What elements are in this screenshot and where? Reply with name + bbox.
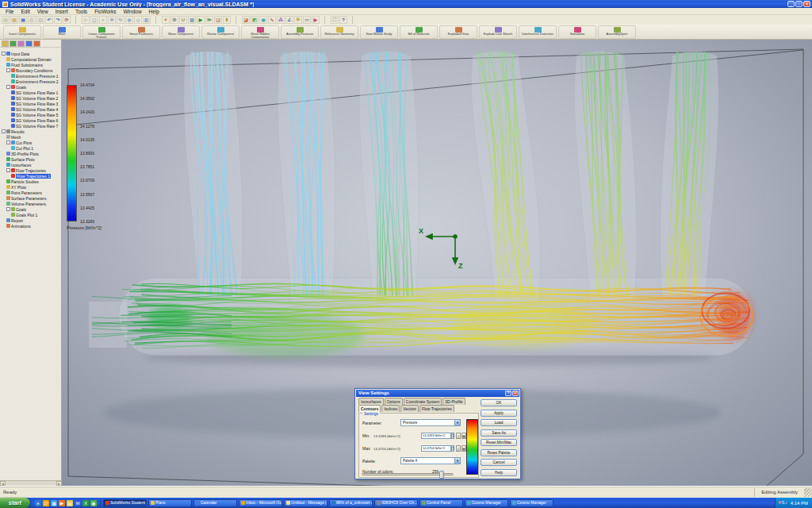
undo-icon[interactable]: ↶ xyxy=(45,16,53,24)
task-button[interactable]: Inbox - Microsoft Out... xyxy=(239,499,282,507)
expand-icon[interactable]: - xyxy=(2,129,6,133)
colors-slider[interactable] xyxy=(362,473,454,475)
menu-insert[interactable]: Insert xyxy=(52,9,71,14)
folder-icon[interactable]: ▤ xyxy=(67,500,73,506)
tree-item-point-parameters[interactable]: Point Parameters xyxy=(0,190,62,195)
cmd-mate[interactable]: Mate xyxy=(43,25,81,39)
save-icon[interactable]: ▣ xyxy=(19,16,27,24)
tree-item-sg-volume-flow-rate-3[interactable]: SG Volume Flow Rate 3 xyxy=(0,101,62,106)
tree-item-animations[interactable]: Animations xyxy=(0,223,62,229)
cmd-new-motion-study[interactable]: New Motion Study xyxy=(360,25,398,39)
resize-grip[interactable] xyxy=(804,488,812,497)
zoom-fit-icon[interactable]: ◻ xyxy=(90,16,98,24)
tree-item-surface-plots[interactable]: Surface Plots xyxy=(0,156,62,162)
surface-plot-icon[interactable]: ◩ xyxy=(251,16,259,24)
tree-item-mesh[interactable]: Mesh xyxy=(0,134,62,140)
apply-button[interactable]: Apply xyxy=(481,410,517,417)
expand-icon[interactable]: - xyxy=(2,52,6,56)
tree-item-surface-parameters[interactable]: Surface Parameters xyxy=(0,195,62,201)
min-spinner[interactable]: ▲▼ xyxy=(451,433,454,439)
dialog-close-icon[interactable]: ✕ xyxy=(512,391,519,396)
tree-item-particle-studies[interactable]: Particle Studies xyxy=(0,179,62,184)
min-dependency-icon[interactable]: ƒ xyxy=(456,433,461,439)
tree-item-results[interactable]: -Results xyxy=(0,129,62,134)
maximize-button[interactable]: □ xyxy=(795,1,802,7)
tab-flow-trajectories[interactable]: Flow Trajectories xyxy=(419,405,454,412)
expand-icon[interactable]: - xyxy=(6,168,10,172)
solve-icon[interactable]: ▶ xyxy=(197,16,205,24)
shaded-icon[interactable]: ◆ xyxy=(125,16,133,24)
tree-item-sg-volume-flow-rate-4[interactable]: SG Volume Flow Rate 4 xyxy=(0,106,62,112)
menu-edit[interactable]: Edit xyxy=(17,9,33,14)
open-icon[interactable]: ▦ xyxy=(10,16,18,24)
tab-isolines[interactable]: Isolines xyxy=(381,405,400,412)
tree-item-boundary-conditions[interactable]: -Boundary Conditions xyxy=(0,67,62,73)
cmd-assemblyxpert[interactable]: AssemblyXpert xyxy=(598,25,636,39)
animation-icon[interactable]: ▶ xyxy=(312,16,320,24)
tree-item-flow-trajectories[interactable]: -Flow Trajectories xyxy=(0,167,62,173)
outlook-icon[interactable]: O xyxy=(43,500,49,506)
tab-options[interactable]: Options xyxy=(385,398,403,405)
tree-item-sg-volume-flow-rate-2[interactable]: SG Volume Flow Rate 2 xyxy=(0,95,62,101)
flow-trajectories-icon[interactable]: ∿ xyxy=(268,16,276,24)
featuremanager-tab[interactable] xyxy=(2,40,9,47)
zoom-area-icon[interactable]: ⌕ xyxy=(99,16,107,24)
expand-icon[interactable]: - xyxy=(6,85,10,89)
volume-icon[interactable]: ♪ xyxy=(785,500,787,505)
help-icon[interactable]: ? xyxy=(339,16,347,24)
palette-combo[interactable]: Palette 4▼ xyxy=(400,457,461,464)
tree-item-cut-plots[interactable]: -Cut Plots xyxy=(0,140,62,145)
tree-item-environment-pressure-2[interactable]: Environment Pressure 2 xyxy=(0,79,62,84)
monitor-icon[interactable]: ◲ xyxy=(214,16,222,24)
task-button[interactable]: 86% of a_unknown co... xyxy=(329,499,373,507)
reset-palette-button[interactable]: Reset Palette xyxy=(481,449,517,456)
tree-item-fluid-subdomains[interactable]: Fluid Subdomains xyxy=(0,62,62,67)
load-results-icon[interactable]: ⬇ xyxy=(223,16,231,24)
title-bar[interactable]: SolidWorks Student License - Academic Us… xyxy=(0,0,812,8)
tree-item-volume-parameters[interactable]: Volume Parameters xyxy=(0,201,62,206)
tree-item-xy-plots[interactable]: XY Plots xyxy=(0,184,62,190)
rebuild-icon[interactable]: ⟳ xyxy=(63,16,71,24)
tree-item-goals[interactable]: -Goals xyxy=(0,206,62,212)
menu-view[interactable]: View xyxy=(34,9,52,14)
expand-icon[interactable]: - xyxy=(6,140,10,144)
menu-file[interactable]: File xyxy=(2,9,17,14)
internet-explorer-icon[interactable]: e xyxy=(35,500,41,506)
load-button[interactable]: Load xyxy=(481,419,517,426)
cmd-bill-of-materials[interactable]: Bill of Materials xyxy=(400,25,438,39)
tree-item-goals-plot-1[interactable]: Goals Plot 1 xyxy=(0,212,62,217)
menu-floworks[interactable]: FloWorks xyxy=(91,9,119,14)
tree-item-sg-volume-flow-rate-1[interactable]: SG Volume Flow Rate 1 xyxy=(0,90,62,95)
cmd-move-component[interactable]: Move Component xyxy=(162,25,200,39)
configurationmanager-tab[interactable] xyxy=(17,40,25,47)
view-settings-dialog[interactable]: View Settings ? ✕ IsosurfacesOptionsCoor… xyxy=(354,388,521,479)
messenger-icon[interactable]: ◉ xyxy=(90,500,97,506)
expand-icon[interactable]: - xyxy=(6,68,10,72)
tree-item-input-data[interactable]: -Input Data xyxy=(0,51,62,56)
menu-help[interactable]: Help xyxy=(146,9,163,14)
tree-item-cut-plot-1[interactable]: Cut Plot 1 xyxy=(0,145,62,151)
min-input[interactable]: 13.3283 lbf/in^2 xyxy=(421,433,451,439)
redo-icon[interactable]: ↷ xyxy=(54,16,62,24)
print-preview-icon[interactable]: ◫ xyxy=(36,16,44,24)
tree-item-sg-volume-flow-rate-7[interactable]: SG Volume Flow Rate 7 xyxy=(0,123,62,129)
task-button[interactable]: Plans xyxy=(148,499,192,507)
task-button[interactable]: Cosmo Manager xyxy=(465,499,508,507)
tree-item-isosurfaces[interactable]: Isosurfaces xyxy=(0,162,62,167)
ok-button[interactable]: OK xyxy=(481,399,517,406)
max-spinner[interactable]: ▲▼ xyxy=(451,445,454,452)
section-view-icon[interactable]: ◧ xyxy=(143,16,151,24)
tree-item-3d-profile-plots[interactable]: 3D-Profile Plots xyxy=(0,151,62,156)
cmd-interference-detection[interactable]: Interference Detection xyxy=(519,25,557,39)
tree-item-computational-domain[interactable]: Computational Domain xyxy=(0,56,62,62)
chevron-down-icon[interactable]: ▼ xyxy=(454,420,460,425)
cmd-exploded-view[interactable]: Exploded View xyxy=(439,25,477,39)
report-icon[interactable]: ▭ xyxy=(303,16,311,24)
tree-item-flow-trajectories-1[interactable]: Flow Trajectories 1 xyxy=(0,173,62,179)
particle-study-icon[interactable]: ⁂ xyxy=(277,16,285,24)
wireframe-icon[interactable]: ◇ xyxy=(134,16,142,24)
xy-plot-icon[interactable]: ∠ xyxy=(285,16,293,24)
max-dependency-icon[interactable]: ƒ xyxy=(456,445,461,452)
cut-plot-icon[interactable]: ◪ xyxy=(242,16,250,24)
units-icon[interactable]: U xyxy=(179,16,187,24)
